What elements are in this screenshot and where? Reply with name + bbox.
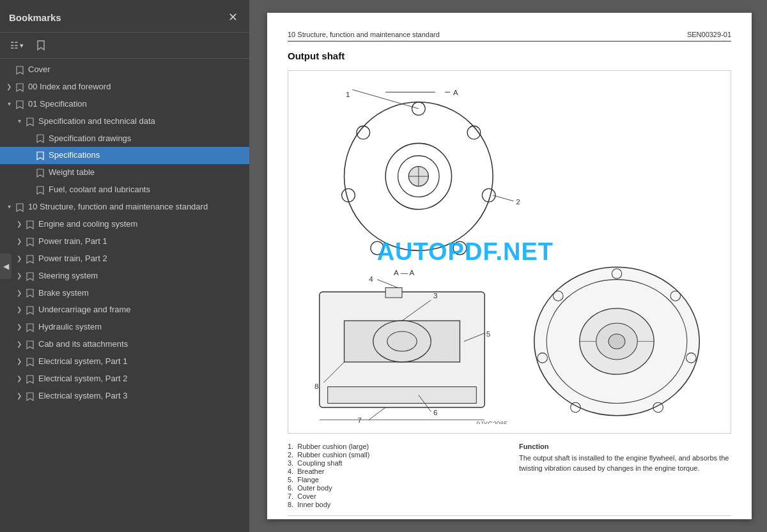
sidebar-item-power-train-2[interactable]: ❯Power train, Part 2 bbox=[0, 250, 249, 268]
expand-arrow: ❯ bbox=[14, 391, 24, 400]
pdf-legend: 1. Rubber cushion (large) 2. Rubber cush… bbox=[288, 443, 731, 509]
sidebar-item-label: 00 Index and foreword bbox=[26, 82, 244, 93]
sidebar-item-label: Specification and technical data bbox=[36, 116, 244, 127]
expand-arrow: ▾ bbox=[4, 99, 14, 108]
sidebar-item-electrical-3[interactable]: ❯Electrical system, Part 3 bbox=[0, 388, 249, 405]
sidebar-item-cover[interactable]: Cover bbox=[0, 61, 249, 79]
collapse-sidebar-button[interactable]: ◀ bbox=[0, 254, 12, 279]
sidebar-item-spec-drawings[interactable]: Specification drawings bbox=[0, 130, 249, 148]
bookmark-icon bbox=[36, 40, 45, 50]
sidebar-header: Bookmarks ✕ bbox=[0, 0, 249, 33]
bookmark-icon bbox=[14, 65, 26, 75]
svg-text:7: 7 bbox=[357, 416, 361, 423]
expand-arrow bbox=[24, 133, 35, 134]
sidebar-item-engine-cooling[interactable]: ❯Engine and cooling system bbox=[0, 216, 249, 233]
sidebar-item-label: Weight table bbox=[46, 167, 244, 178]
bookmark-button[interactable] bbox=[33, 38, 49, 53]
sidebar-item-brake[interactable]: ❯Brake system bbox=[0, 285, 249, 302]
sidebar-item-01-spec[interactable]: ▾01 Specification bbox=[0, 96, 249, 113]
bookmark-icon bbox=[24, 339, 36, 350]
sidebar-item-label: 10 Structure, function and maintenance s… bbox=[26, 202, 244, 213]
bookmark-icon bbox=[35, 167, 46, 178]
svg-line-18 bbox=[493, 195, 513, 201]
expand-arrow: ❯ bbox=[14, 288, 24, 297]
pdf-section-title: Output shaft bbox=[288, 50, 731, 61]
sidebar-item-spec-tech[interactable]: ▾Specification and technical data bbox=[0, 113, 249, 130]
list-icon: ☷ bbox=[10, 40, 19, 50]
sidebar-item-specifications[interactable]: Specifications bbox=[0, 147, 249, 164]
sidebar-item-label: Brake system bbox=[36, 288, 244, 299]
svg-text:A: A bbox=[453, 88, 458, 96]
sidebar-item-fuel-coolant[interactable]: Fuel, coolant and lubricants bbox=[0, 181, 249, 199]
sidebar-item-10-structure[interactable]: ▾10 Structure, function and maintenance … bbox=[0, 199, 249, 216]
expand-arrow: ❯ bbox=[14, 219, 24, 228]
expand-arrow bbox=[4, 65, 14, 65]
bookmark-icon bbox=[24, 271, 36, 282]
technical-drawing: A bbox=[295, 77, 724, 424]
main-content: 10 Structure, function and maintenance s… bbox=[249, 0, 767, 532]
sidebar-item-label: Electrical system, Part 2 bbox=[36, 374, 244, 384]
sidebar-item-label: Undercarriage and frame bbox=[36, 305, 244, 315]
sidebar-item-hydraulic[interactable]: ❯Hydraulic system bbox=[0, 319, 249, 336]
svg-line-16 bbox=[352, 89, 418, 109]
pdf-header-left: 10 Structure, function and maintenance s… bbox=[288, 31, 440, 38]
svg-text:5: 5 bbox=[486, 330, 490, 338]
sidebar-item-label: Electrical system, Part 1 bbox=[36, 356, 244, 367]
bookmark-icon bbox=[14, 202, 26, 213]
pdf-diagram: AUTOPDF.NET A bbox=[288, 70, 731, 434]
sidebar-toolbar: ☷ ▾ bbox=[0, 33, 249, 59]
svg-point-7 bbox=[453, 241, 467, 255]
function-title: Function bbox=[519, 443, 731, 450]
sidebar-item-cab-attachments[interactable]: ❯Cab and its attachments bbox=[0, 336, 249, 353]
sidebar-item-label: Specification drawings bbox=[46, 133, 244, 144]
sidebar-item-steering[interactable]: ❯Steering system bbox=[0, 268, 249, 285]
close-button[interactable]: ✕ bbox=[224, 9, 242, 26]
bookmark-icon bbox=[24, 236, 36, 247]
bookmark-icon bbox=[24, 391, 36, 402]
sidebar-item-label: Power train, Part 2 bbox=[36, 254, 244, 264]
pdf-header-right: SEN00329-01 bbox=[687, 31, 731, 38]
bookmark-icon bbox=[14, 99, 26, 110]
svg-point-8 bbox=[371, 241, 384, 255]
list-view-button[interactable]: ☷ ▾ bbox=[6, 38, 27, 53]
bookmark-icon bbox=[24, 356, 36, 367]
sidebar-item-electrical-1[interactable]: ❯Electrical system, Part 1 bbox=[0, 353, 249, 370]
sidebar-item-label: Fuel, coolant and lubricants bbox=[46, 185, 244, 195]
function-text: The output shaft is installed to the eng… bbox=[519, 453, 731, 474]
sidebar-item-label: Power train, Part 1 bbox=[36, 236, 244, 247]
bookmark-icon bbox=[35, 150, 46, 161]
sidebar-item-electrical-2[interactable]: ❯Electrical system, Part 2 bbox=[0, 370, 249, 388]
bookmark-icon bbox=[24, 254, 36, 264]
pdf-header: 10 Structure, function and maintenance s… bbox=[288, 31, 731, 42]
pdf-footer-right: 3 bbox=[727, 519, 731, 519]
bookmark-icon bbox=[24, 374, 36, 384]
expand-arrow: ▾ bbox=[4, 202, 14, 211]
sidebar-item-weight-table[interactable]: Weight table bbox=[0, 164, 249, 181]
sidebar-item-undercarriage[interactable]: ❯Undercarriage and frame bbox=[0, 301, 249, 319]
expand-arrow: ❯ bbox=[14, 254, 24, 262]
bookmark-icon bbox=[24, 305, 36, 315]
svg-text:1: 1 bbox=[346, 90, 350, 98]
svg-point-24 bbox=[387, 331, 417, 351]
svg-text:4: 4 bbox=[369, 275, 373, 283]
sidebar-item-00-index[interactable]: ❯00 Index and foreword bbox=[0, 79, 249, 96]
expand-arrow: ❯ bbox=[14, 271, 24, 280]
svg-text:8: 8 bbox=[314, 382, 318, 390]
sidebar-item-label: Engine and cooling system bbox=[36, 219, 244, 230]
legend-left: 1. Rubber cushion (large) 2. Rubber cush… bbox=[288, 443, 500, 509]
bookmark-icon bbox=[24, 288, 36, 299]
sidebar-item-power-train-1[interactable]: ❯Power train, Part 1 bbox=[0, 233, 249, 250]
sidebar-item-label: Cover bbox=[26, 65, 244, 75]
sidebar-item-label: Electrical system, Part 3 bbox=[36, 391, 244, 402]
sidebar-item-label: Cab and its attachments bbox=[36, 339, 244, 350]
sidebar-tree: Cover❯00 Index and foreword▾01 Specifica… bbox=[0, 59, 249, 532]
svg-line-30 bbox=[377, 280, 398, 288]
pdf-footer-left: HM300-2 bbox=[288, 519, 316, 519]
svg-point-52 bbox=[608, 334, 625, 349]
svg-text:9JYG2085: 9JYG2085 bbox=[476, 421, 507, 424]
svg-text:A — A: A — A bbox=[394, 268, 415, 277]
sidebar-item-label: Specifications bbox=[46, 150, 244, 161]
expand-arrow: ❯ bbox=[14, 305, 24, 314]
expand-arrow bbox=[24, 167, 35, 168]
bookmark-icon bbox=[24, 219, 36, 230]
